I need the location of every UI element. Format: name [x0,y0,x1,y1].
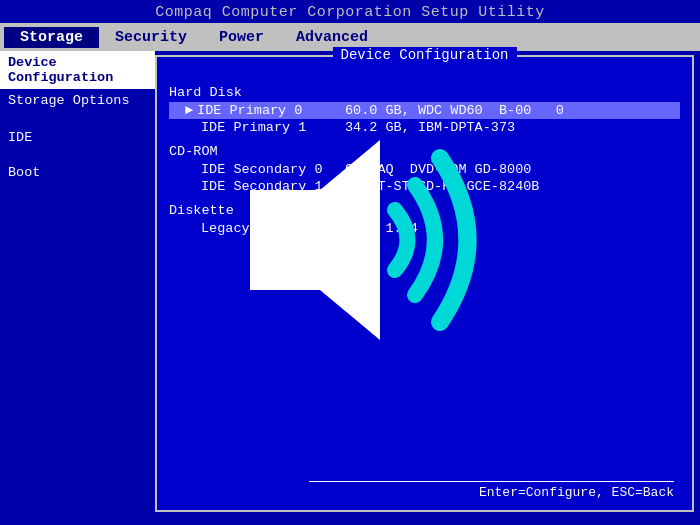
device-name-legacy-diskette-0: Legacy Diskette 0 [185,221,345,236]
device-value-ide-primary-1: 34.2 GB, IBM-DPTA-373 [345,120,539,135]
section-hard-disk: Hard Disk [169,85,680,100]
device-legacy-diskette-0[interactable]: Legacy Diskette 0 3.5" 1.44 MB [169,220,680,237]
device-ide-secondary-1[interactable]: IDE Secondary 1 HL-DT-ST CD-RW GCE-8240B [169,178,680,195]
title-bar: Compaq Computer Corporation Setup Utilit… [0,0,700,23]
menu-power[interactable]: Power [203,27,280,48]
section-diskette: Diskette [169,203,680,218]
footer-bar: Enter=Configure, ESC=Back [309,481,674,500]
sidebar-device-config[interactable]: Device Configuration [0,51,155,89]
section-cdrom: CD-ROM [169,144,680,159]
sidebar-ide: IDE [0,128,155,147]
panel-title: Device Configuration [332,47,516,63]
device-value-legacy-diskette-0: 3.5" 1.44 MB [345,221,442,236]
menu-advanced[interactable]: Advanced [280,27,384,48]
device-name-ide-secondary-0: IDE Secondary 0 [185,162,345,177]
device-name-ide-secondary-1: IDE Secondary 1 [185,179,345,194]
main-area: Device Configuration Storage Options IDE… [0,51,700,518]
menu-security[interactable]: Security [99,27,203,48]
device-ide-secondary-0[interactable]: IDE Secondary 0 COMPAQ DVD-ROM GD-8000 [169,161,680,178]
app-title: Compaq Computer Corporation Setup Utilit… [155,4,545,21]
device-name-ide-primary-0: ► IDE Primary 0 [185,103,345,118]
sidebar-boot: Boot [0,163,155,182]
device-value-ide-secondary-1: HL-DT-ST CD-RW GCE-8240B [345,179,539,194]
device-value-ide-primary-0: 60.0 GB, WDC WD60 B-00 0 [345,103,564,118]
device-value-ide-secondary-0: COMPAQ DVD-ROM GD-8000 [345,162,531,177]
device-ide-primary-0[interactable]: ► IDE Primary 0 60.0 GB, WDC WD60 B-00 0 [169,102,680,119]
footer-text: Enter=Configure, ESC=Back [479,485,674,500]
device-ide-primary-1[interactable]: IDE Primary 1 34.2 GB, IBM-DPTA-373 [169,119,680,136]
content-panel: Device Configuration Hard Disk ► IDE Pri… [155,55,694,512]
sidebar-storage-options[interactable]: Storage Options [0,89,155,112]
sidebar: Device Configuration Storage Options IDE… [0,51,155,518]
menu-storage[interactable]: Storage [4,27,99,48]
device-name-ide-primary-1: IDE Primary 1 [185,120,345,135]
panel-content: Hard Disk ► IDE Primary 0 60.0 GB, WDC W… [157,63,692,247]
arrow-icon: ► [185,103,193,118]
